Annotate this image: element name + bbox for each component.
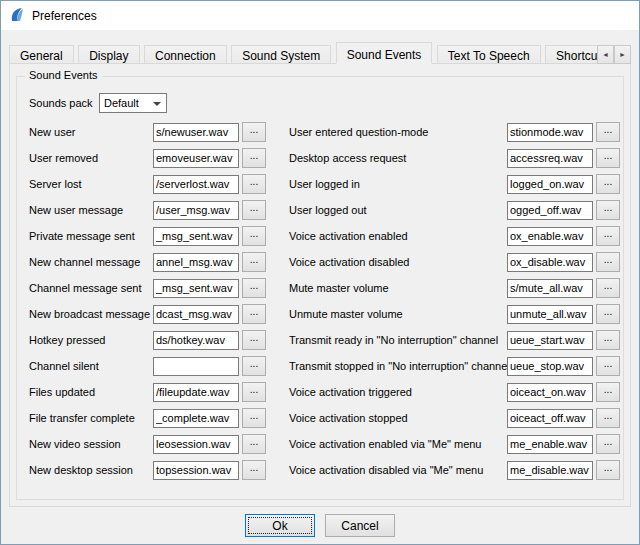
sound-file-input[interactable] — [153, 305, 239, 324]
row-voice-activation-enabled: Voice activation enabled ... — [289, 223, 620, 249]
sound-file-input[interactable] — [507, 279, 593, 298]
cancel-button[interactable]: Cancel — [325, 514, 395, 537]
event-label: New user — [29, 126, 153, 138]
browse-button[interactable]: ... — [242, 408, 266, 428]
event-label: File transfer complete — [29, 412, 153, 424]
row-user-removed: User removed ... — [29, 145, 281, 171]
row-mute-master-volume: Mute master volume ... — [289, 275, 620, 301]
sound-file-input[interactable] — [507, 253, 593, 272]
browse-button[interactable]: ... — [242, 382, 266, 402]
app-icon — [9, 7, 26, 24]
event-label: User removed — [29, 152, 153, 164]
browse-button[interactable]: ... — [242, 460, 266, 480]
event-label: Server lost — [29, 178, 153, 190]
tab-scroller: ◄ ► — [597, 45, 631, 64]
browse-button[interactable]: ... — [242, 122, 266, 142]
browse-button[interactable]: ... — [596, 278, 620, 298]
sound-file-input[interactable] — [153, 175, 239, 194]
tab-display[interactable]: Display — [78, 45, 139, 64]
browse-button[interactable]: ... — [596, 304, 620, 324]
groupbox-title: Sound Events — [25, 69, 102, 81]
browse-button[interactable]: ... — [596, 122, 620, 142]
sound-file-input[interactable] — [507, 331, 593, 350]
row-file-transfer-complete: File transfer complete ... — [29, 405, 281, 431]
event-label: New desktop session — [29, 464, 153, 476]
ok-button[interactable]: Ok — [245, 514, 315, 537]
browse-button[interactable]: ... — [596, 148, 620, 168]
sound-file-input[interactable] — [153, 383, 239, 402]
dialog-buttons: Ok Cancel — [1, 507, 639, 544]
sound-file-input[interactable] — [507, 175, 593, 194]
sound-file-input[interactable] — [153, 409, 239, 428]
browse-button[interactable]: ... — [596, 408, 620, 428]
browse-button[interactable]: ... — [242, 200, 266, 220]
tab-text-to-speech[interactable]: Text To Speech — [437, 45, 541, 64]
browse-button[interactable]: ... — [242, 434, 266, 454]
browse-button[interactable]: ... — [242, 304, 266, 324]
browse-button[interactable]: ... — [242, 278, 266, 298]
sound-file-input[interactable] — [153, 253, 239, 272]
sound-file-input[interactable] — [507, 435, 593, 454]
titlebar[interactable]: Preferences — [1, 1, 639, 30]
sound-file-input[interactable] — [153, 123, 239, 142]
browse-button[interactable]: ... — [596, 174, 620, 194]
sound-file-input[interactable] — [153, 331, 239, 350]
browse-button[interactable]: ... — [596, 356, 620, 376]
preferences-window: Preferences General Display Connection S… — [0, 0, 640, 545]
browse-button[interactable]: ... — [596, 226, 620, 246]
browse-button[interactable]: ... — [596, 434, 620, 454]
sound-file-input[interactable] — [153, 227, 239, 246]
browse-button[interactable]: ... — [242, 330, 266, 350]
event-label: Desktop access request — [289, 152, 507, 164]
event-label: User logged in — [289, 178, 507, 190]
tab-strip: General Display Connection Sound System … — [9, 42, 631, 64]
chevron-down-icon — [153, 102, 161, 106]
sounds-pack-select[interactable]: Default — [99, 93, 167, 113]
sound-file-input[interactable] — [507, 383, 593, 402]
row-files-updated: Files updated ... — [29, 379, 281, 405]
sound-file-input[interactable] — [507, 123, 593, 142]
tab-scroll-right-button[interactable]: ► — [614, 45, 631, 64]
sound-file-input[interactable] — [153, 435, 239, 454]
tab-general[interactable]: General — [9, 45, 74, 64]
browse-button[interactable]: ... — [596, 252, 620, 272]
sounds-pack-value: Default — [104, 97, 139, 109]
row-voice-activation-stopped: Voice activation stopped ... — [289, 405, 620, 431]
browse-button[interactable]: ... — [596, 460, 620, 480]
browse-button[interactable]: ... — [596, 382, 620, 402]
sound-file-input[interactable] — [507, 201, 593, 220]
sound-file-input[interactable] — [153, 279, 239, 298]
sound-file-input[interactable] — [507, 227, 593, 246]
browse-button[interactable]: ... — [242, 356, 266, 376]
browse-button[interactable]: ... — [242, 226, 266, 246]
tab-sound-events[interactable]: Sound Events — [336, 42, 433, 64]
browse-button[interactable]: ... — [242, 148, 266, 168]
tab-connection[interactable]: Connection — [144, 45, 227, 64]
sound-file-input[interactable] — [153, 201, 239, 220]
row-channel-silent: Channel silent ... — [29, 353, 281, 379]
tab-scroll-left-button[interactable]: ◄ — [597, 45, 614, 64]
event-label: Hotkey pressed — [29, 334, 153, 346]
sound-file-input[interactable] — [153, 149, 239, 168]
browse-button[interactable]: ... — [242, 174, 266, 194]
sound-file-input[interactable] — [507, 409, 593, 428]
event-label: Channel message sent — [29, 282, 153, 294]
event-label: User logged out — [289, 204, 507, 216]
browse-button[interactable]: ... — [596, 330, 620, 350]
sound-file-input[interactable] — [507, 149, 593, 168]
event-label: Voice activation disabled — [289, 256, 507, 268]
sound-file-input[interactable] — [507, 357, 593, 376]
row-transmit-ready: Transmit ready in "No interruption" chan… — [289, 327, 620, 353]
row-new-user-message: New user message ... — [29, 197, 281, 223]
row-new-channel-message: New channel message ... — [29, 249, 281, 275]
row-unmute-master-volume: Unmute master volume ... — [289, 301, 620, 327]
row-voice-activation-triggered: Voice activation triggered ... — [289, 379, 620, 405]
browse-button[interactable]: ... — [242, 252, 266, 272]
row-new-video-session: New video session ... — [29, 431, 281, 457]
tab-sound-system[interactable]: Sound System — [231, 45, 331, 64]
sound-file-input[interactable] — [507, 461, 593, 480]
browse-button[interactable]: ... — [596, 200, 620, 220]
sound-file-input[interactable] — [153, 357, 239, 376]
sound-file-input[interactable] — [153, 461, 239, 480]
sound-file-input[interactable] — [507, 305, 593, 324]
